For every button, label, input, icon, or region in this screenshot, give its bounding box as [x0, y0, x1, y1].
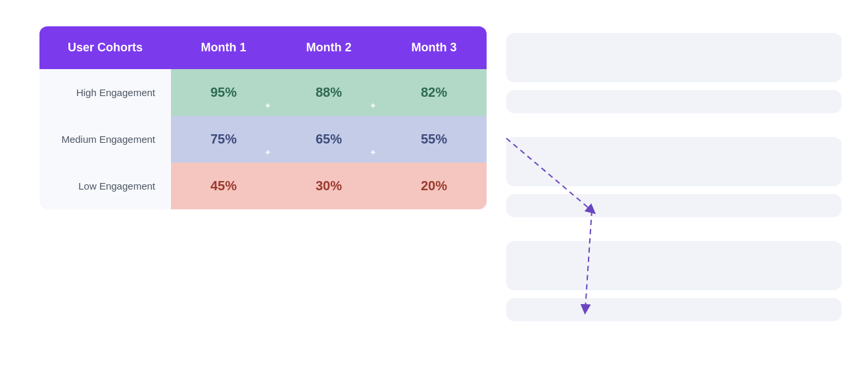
info-card-3	[506, 137, 842, 186]
low-month2-cell: 30%	[276, 163, 381, 209]
high-month2-cell: 88% ✦	[276, 69, 381, 116]
cohort-name-low: Low Engagement	[39, 163, 171, 209]
info-card-6	[506, 298, 842, 321]
info-card-2	[506, 90, 842, 113]
month1-header: Month 1	[171, 26, 276, 69]
table-row: High Engagement 95% ✦ 88% ✦ 82%	[39, 69, 487, 116]
cohort-name-medium: Medium Engagement	[39, 116, 171, 163]
high-month1-cell: 95% ✦	[171, 69, 276, 116]
cohort-table: User Cohorts Month 1 Month 2 Month 3 Hig…	[39, 26, 487, 209]
info-card-5	[506, 241, 842, 290]
cohort-name-high: High Engagement	[39, 69, 171, 116]
sparkle-icon: ✦	[264, 101, 271, 111]
info-card-4	[506, 194, 842, 217]
month2-header: Month 2	[276, 26, 381, 69]
sparkle-icon: ✦	[264, 148, 271, 157]
table-header-row: User Cohorts Month 1 Month 2 Month 3	[39, 26, 487, 69]
month3-header: Month 3	[381, 26, 487, 69]
sparkle-icon: ✦	[370, 148, 376, 157]
table-wrapper: User Cohorts Month 1 Month 2 Month 3 Hig…	[39, 26, 487, 209]
main-container: User Cohorts Month 1 Month 2 Month 3 Hig…	[0, 0, 868, 391]
low-month3-cell: 20%	[381, 163, 487, 209]
high-month3-cell: 82%	[381, 69, 487, 116]
low-month1-cell: 45%	[171, 163, 276, 209]
sparkle-icon: ✦	[370, 101, 376, 111]
medium-month1-cell: 75% ✦	[171, 116, 276, 163]
info-card-1	[506, 33, 842, 82]
cards-section	[506, 26, 842, 321]
cohort-header: User Cohorts	[39, 26, 171, 69]
table-row: Low Engagement 45% 30% 20%	[39, 163, 487, 209]
table-row: Medium Engagement 75% ✦ 65% ✦ 55%	[39, 116, 487, 163]
medium-month3-cell: 55%	[381, 116, 487, 163]
medium-month2-cell: 65% ✦	[276, 116, 381, 163]
